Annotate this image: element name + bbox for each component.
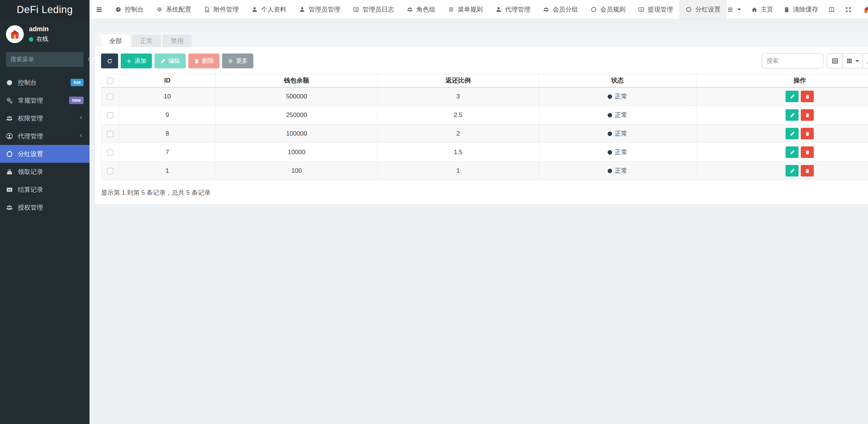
sidebar-item[interactable]: 权限管理 <box>0 109 90 127</box>
user-icon <box>299 6 305 13</box>
select-all-checkbox[interactable] <box>107 78 113 84</box>
ratio-cell: 2 <box>378 124 539 143</box>
status-label: 正常 <box>615 129 627 138</box>
sidebar-item-label: 权限管理 <box>18 114 74 123</box>
table-row: 105000003正常 <box>101 87 868 106</box>
row-edit-button[interactable] <box>786 109 799 121</box>
user-status: 在线 <box>29 35 49 43</box>
trash-icon <box>805 150 810 155</box>
language-button[interactable] <box>828 6 835 13</box>
actions-cell <box>696 87 868 106</box>
topnav-item[interactable]: 会员规则 <box>584 0 632 19</box>
fullscreen-button[interactable] <box>845 6 852 13</box>
columns-dropdown-button[interactable] <box>843 54 863 68</box>
detail-view-button[interactable] <box>827 54 843 68</box>
id-cell: 8 <box>119 124 216 143</box>
home-label: 主页 <box>761 5 773 14</box>
clear-cache-button[interactable]: 清除缓存 <box>783 5 818 14</box>
sidebar-item[interactable]: 授权管理 <box>0 198 90 216</box>
th-list-icon <box>832 58 838 64</box>
expand-icon <box>845 6 852 13</box>
column-header[interactable]: 返还比例 <box>378 74 539 87</box>
row-delete-button[interactable] <box>801 109 814 121</box>
table-search-input[interactable] <box>762 54 823 68</box>
tab-全部[interactable]: 全部 <box>101 35 130 47</box>
user-menu[interactable]: admin <box>862 4 868 15</box>
column-header[interactable]: 操作 <box>696 74 868 87</box>
edit-button[interactable]: 编辑 <box>155 54 186 68</box>
row-checkbox[interactable] <box>107 131 113 137</box>
row-delete-button[interactable] <box>801 91 814 102</box>
pencil-icon <box>790 113 795 118</box>
pencil-icon <box>790 168 795 174</box>
topnav-item[interactable]: 角色组 <box>400 0 442 19</box>
table-row: 81000002正常 <box>101 124 868 143</box>
column-header[interactable]: ID <box>119 74 216 87</box>
status-cell: 正常 <box>539 106 696 124</box>
topnav-item[interactable]: 代理管理 <box>489 0 537 19</box>
topnav-item-label: 会员分组 <box>553 5 578 14</box>
app-logo: DeFi Leding <box>0 0 90 19</box>
topnav-item[interactable]: 提现管理 <box>632 0 679 19</box>
home-button[interactable]: 主页 <box>751 5 773 14</box>
sidebar-item[interactable]: 常规管理new <box>0 91 90 109</box>
users-icon <box>6 115 13 122</box>
row-checkbox[interactable] <box>107 149 113 156</box>
topnav-item[interactable]: 会员分组 <box>537 0 584 19</box>
topnav-item[interactable]: 分红设置 <box>679 0 727 19</box>
sidebar-item[interactable]: 控制台hot <box>0 74 90 91</box>
status-dot-icon <box>608 169 612 173</box>
column-header[interactable]: 状态 <box>539 74 696 87</box>
main-area: 控制台系统配置附件管理个人资料管理员管理管理员日志角色组菜单规则代理管理会员分组… <box>90 0 868 424</box>
trash-icon <box>783 6 790 13</box>
tab-label: 禁用 <box>171 37 183 45</box>
topnav-item[interactable]: 管理员管理 <box>293 0 347 19</box>
home-icon <box>751 6 758 13</box>
id-cell: 10 <box>119 87 216 106</box>
topnav-item[interactable]: 控制台 <box>109 0 150 19</box>
plus-icon <box>126 58 132 64</box>
tab-list-dropdown[interactable] <box>727 6 741 13</box>
row-checkbox[interactable] <box>107 112 113 119</box>
topnav-item[interactable]: 个人资料 <box>245 0 293 19</box>
more-button[interactable]: 更多 <box>222 54 253 68</box>
tab-正常[interactable]: 正常 <box>132 35 161 47</box>
sidebar-item[interactable]: 结算记录 <box>0 181 90 198</box>
circle-o-icon <box>686 6 692 13</box>
sidebar-toggle-button[interactable] <box>90 0 109 19</box>
add-button[interactable]: 添加 <box>121 54 152 68</box>
row-delete-button[interactable] <box>801 165 814 177</box>
row-edit-button[interactable] <box>786 165 799 177</box>
online-dot-icon <box>29 37 33 42</box>
row-delete-button[interactable] <box>801 128 814 139</box>
row-edit-button[interactable] <box>786 128 799 139</box>
topnav-item[interactable]: 系统配置 <box>150 0 198 19</box>
topnav-item[interactable]: 管理员日志 <box>347 0 400 19</box>
cogs-icon <box>6 97 13 104</box>
users-icon <box>543 6 549 13</box>
sidebar-item[interactable]: 分红设置 <box>0 145 90 163</box>
sidebar-item-label: 代理管理 <box>18 132 74 140</box>
row-edit-button[interactable] <box>786 91 799 102</box>
edit-label: 编辑 <box>168 57 180 65</box>
topnav-item[interactable]: 菜单规则 <box>442 0 489 19</box>
trash-icon <box>805 168 810 174</box>
row-checkbox[interactable] <box>107 168 113 174</box>
row-delete-button[interactable] <box>801 146 814 158</box>
column-header[interactable]: 钱包余额 <box>216 74 378 87</box>
refresh-button[interactable] <box>101 54 118 68</box>
export-dropdown-button[interactable] <box>863 54 868 68</box>
panel-body: 添加 编辑 删除 更多 <box>95 47 868 204</box>
row-checkbox[interactable] <box>107 94 113 100</box>
topnav-item[interactable]: 附件管理 <box>198 0 245 19</box>
pagination-info: 显示第 1 到第 5 条记录，总共 5 条记录 <box>101 188 868 197</box>
row-select-cell <box>101 124 119 143</box>
delete-button[interactable]: 删除 <box>188 54 220 68</box>
sidebar-item[interactable]: 代理管理 <box>0 127 90 145</box>
sidebar-search-input[interactable] <box>10 56 87 63</box>
sidebar-item[interactable]: 领取记录 <box>0 163 90 181</box>
ratio-cell: 1.5 <box>378 143 539 162</box>
tab-禁用[interactable]: 禁用 <box>163 35 192 47</box>
row-edit-button[interactable] <box>786 146 799 158</box>
clear-cache-label: 清除缓存 <box>793 5 818 14</box>
